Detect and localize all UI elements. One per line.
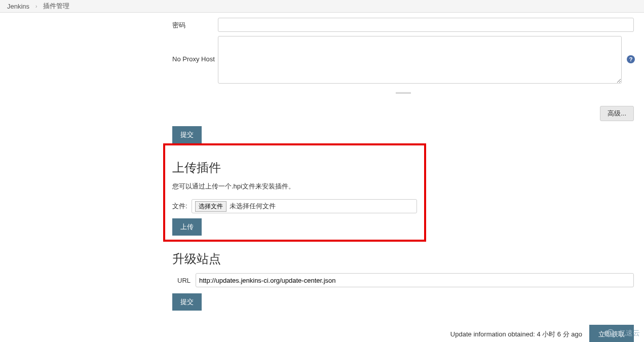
drag-handle[interactable]: [172, 88, 634, 96]
file-label: 文件:: [172, 202, 187, 211]
breadcrumb-root[interactable]: Jenkins: [7, 3, 29, 10]
url-input[interactable]: [196, 273, 634, 287]
update-site-title: 升级站点: [172, 251, 634, 267]
cloud-icon: [603, 329, 617, 338]
breadcrumb-current[interactable]: 插件管理: [43, 2, 69, 11]
breadcrumb-separator: ›: [35, 4, 37, 9]
breadcrumb: Jenkins › 插件管理: [0, 0, 644, 13]
password-label: 密码: [172, 18, 218, 30]
url-label: URL: [172, 277, 190, 284]
noproxy-label: No Proxy Host: [172, 36, 218, 63]
noproxy-textarea[interactable]: [218, 36, 622, 84]
help-icon[interactable]: ?: [627, 55, 635, 63]
choose-file-button[interactable]: 选择文件: [195, 201, 226, 212]
noproxy-row: No Proxy Host ?: [172, 36, 634, 85]
update-info-text: Update information obtained: 4 小时 6 分 ag…: [450, 330, 582, 339]
advanced-button[interactable]: 高级...: [600, 106, 634, 121]
file-status: 未选择任何文件: [230, 202, 276, 211]
upload-desc: 您可以通过上传一个.hpi文件来安装插件。: [172, 182, 417, 191]
update-bar: Update information obtained: 4 小时 6 分 ag…: [172, 325, 634, 342]
url-row: URL: [172, 273, 634, 287]
password-input[interactable]: [218, 18, 634, 32]
watermark: 亿速云: [603, 329, 640, 338]
upload-title: 上传插件: [172, 160, 417, 176]
watermark-text: 亿速云: [619, 329, 640, 338]
upload-button[interactable]: 上传: [172, 218, 202, 236]
site-submit-button[interactable]: 提交: [172, 293, 202, 311]
proxy-submit-button[interactable]: 提交: [172, 126, 202, 143]
upload-plugin-section: 上传插件 您可以通过上传一个.hpi文件来安装插件。 文件: 选择文件 未选择任…: [163, 143, 426, 242]
password-row: 密码: [172, 18, 634, 32]
main-content: 密码 No Proxy Host ? 高级... 提交 上传插件 您可以通过上传…: [172, 13, 634, 342]
svg-point-0: [612, 333, 614, 336]
file-input-box[interactable]: 选择文件 未选择任何文件: [192, 199, 417, 213]
